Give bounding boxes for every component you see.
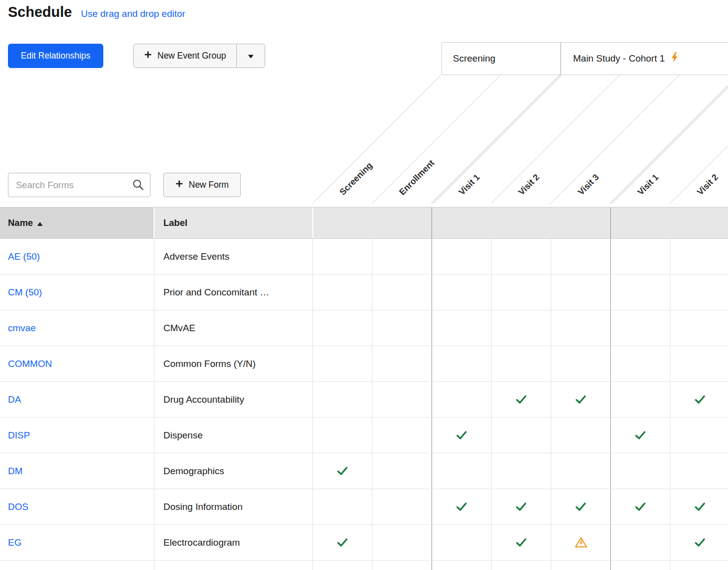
- form-name-link[interactable]: CM (50): [8, 287, 42, 298]
- event-column-header[interactable]: Visit 2: [516, 172, 542, 197]
- schedule-empty-cell[interactable]: [551, 453, 610, 489]
- form-name-link[interactable]: EG: [8, 537, 21, 548]
- scheduled-check-cell[interactable]: [670, 489, 728, 524]
- schedule-empty-cell[interactable]: [372, 346, 432, 381]
- schedule-empty-cell[interactable]: [432, 453, 491, 489]
- schedule-empty-cell[interactable]: [551, 346, 610, 381]
- schedule-empty-cell[interactable]: [491, 561, 551, 570]
- schedule-empty-cell[interactable]: [372, 453, 432, 489]
- schedule-empty-cell[interactable]: [372, 382, 432, 417]
- schedule-empty-cell[interactable]: [491, 275, 551, 310]
- schedule-empty-cell[interactable]: [372, 310, 432, 346]
- schedule-empty-cell[interactable]: [432, 525, 491, 560]
- search-icon[interactable]: [132, 179, 144, 193]
- schedule-warning-cell[interactable]: [551, 525, 610, 560]
- scheduled-check-cell[interactable]: [491, 525, 551, 560]
- scheduled-check-cell[interactable]: [491, 489, 551, 524]
- scheduled-check-cell[interactable]: [670, 525, 728, 560]
- schedule-empty-cell[interactable]: [372, 418, 432, 453]
- schedule-empty-cell[interactable]: [670, 453, 728, 489]
- event-group-header-main-study-cohort-1[interactable]: Main Study - Cohort 1: [561, 42, 728, 75]
- schedule-empty-cell[interactable]: [491, 453, 551, 489]
- new-event-group-dropdown-button[interactable]: [237, 44, 265, 68]
- scheduled-check-cell[interactable]: [670, 382, 728, 417]
- label-column-header[interactable]: Label: [154, 208, 312, 238]
- event-column-header[interactable]: Visit 1: [457, 172, 482, 197]
- form-label: Drug Accountability: [154, 382, 312, 417]
- scheduled-check-cell[interactable]: [312, 525, 372, 560]
- form-name-link[interactable]: COMMON: [8, 358, 52, 369]
- schedule-empty-cell[interactable]: [551, 418, 610, 453]
- schedule-empty-cell[interactable]: [610, 453, 670, 489]
- schedule-empty-cell[interactable]: [312, 489, 372, 524]
- schedule-empty-cell[interactable]: [670, 346, 728, 381]
- table-header-row: Name Label: [0, 207, 728, 239]
- scheduled-check-cell[interactable]: [551, 489, 610, 524]
- schedule-empty-cell[interactable]: [432, 239, 491, 274]
- schedule-empty-cell[interactable]: [432, 310, 491, 346]
- event-column-header[interactable]: Visit 1: [636, 172, 661, 197]
- scheduled-check-cell[interactable]: [312, 453, 372, 489]
- schedule-empty-cell[interactable]: [312, 561, 372, 570]
- schedule-empty-cell[interactable]: [432, 382, 491, 417]
- schedule-empty-cell[interactable]: [491, 310, 551, 346]
- schedule-empty-cell[interactable]: [491, 418, 551, 453]
- event-column-header[interactable]: Visit 3: [576, 172, 601, 197]
- event-group-header-screening[interactable]: Screening: [441, 42, 561, 75]
- new-event-group-button[interactable]: New Event Group: [133, 44, 237, 68]
- schedule-empty-cell[interactable]: [551, 310, 610, 346]
- schedule-empty-cell[interactable]: [670, 275, 728, 310]
- scheduled-check-cell[interactable]: [432, 489, 491, 524]
- schedule-empty-cell[interactable]: [610, 561, 670, 570]
- schedule-empty-cell[interactable]: [312, 346, 372, 381]
- schedule-empty-cell[interactable]: [551, 561, 610, 570]
- name-cell: DISP: [0, 418, 154, 453]
- edit-relationships-button[interactable]: Edit Relationships: [8, 44, 103, 68]
- schedule-empty-cell[interactable]: [372, 561, 432, 570]
- event-column-header[interactable]: Enrollment: [397, 158, 437, 197]
- form-name-link[interactable]: cmvae: [8, 323, 36, 334]
- schedule-empty-cell[interactable]: [670, 239, 728, 274]
- new-form-button[interactable]: New Form: [163, 173, 241, 197]
- form-name-link[interactable]: DA: [8, 394, 21, 405]
- schedule-empty-cell[interactable]: [432, 275, 491, 310]
- schedule-empty-cell[interactable]: [670, 561, 728, 570]
- form-name-link[interactable]: DOS: [8, 501, 28, 512]
- drag-drop-editor-link[interactable]: Use drag and drop editor: [81, 8, 185, 19]
- schedule-empty-cell[interactable]: [610, 239, 670, 274]
- scheduled-check-cell[interactable]: [432, 418, 491, 453]
- schedule-empty-cell[interactable]: [610, 275, 670, 310]
- schedule-empty-cell[interactable]: [312, 239, 372, 274]
- schedule-empty-cell[interactable]: [610, 310, 670, 346]
- schedule-empty-cell[interactable]: [372, 239, 432, 274]
- schedule-empty-cell[interactable]: [432, 561, 491, 570]
- schedule-empty-cell[interactable]: [491, 346, 551, 381]
- search-forms-input[interactable]: [8, 173, 150, 197]
- schedule-empty-cell[interactable]: [372, 525, 432, 560]
- schedule-empty-cell[interactable]: [670, 310, 728, 346]
- schedule-empty-cell[interactable]: [610, 525, 670, 560]
- schedule-empty-cell[interactable]: [610, 382, 670, 417]
- scheduled-check-cell[interactable]: [491, 382, 551, 417]
- form-name-link[interactable]: AE (50): [8, 251, 40, 262]
- scheduled-check-cell[interactable]: [610, 489, 670, 524]
- scheduled-check-cell[interactable]: [551, 382, 610, 417]
- schedule-empty-cell[interactable]: [432, 346, 491, 381]
- form-name-link[interactable]: DISP: [8, 430, 30, 441]
- schedule-empty-cell[interactable]: [551, 275, 610, 310]
- form-name-link[interactable]: DM: [8, 466, 23, 477]
- schedule-empty-cell[interactable]: [372, 489, 432, 524]
- schedule-empty-cell[interactable]: [312, 275, 372, 310]
- schedule-empty-cell[interactable]: [312, 310, 372, 346]
- schedule-empty-cell[interactable]: [312, 382, 372, 417]
- schedule-empty-cell[interactable]: [551, 239, 610, 274]
- schedule-empty-cell[interactable]: [312, 418, 372, 453]
- event-column-header[interactable]: Screening: [338, 160, 374, 197]
- schedule-empty-cell[interactable]: [670, 418, 728, 453]
- event-column-header[interactable]: Visit 2: [695, 172, 721, 197]
- schedule-empty-cell[interactable]: [372, 275, 432, 310]
- scheduled-check-cell[interactable]: [610, 418, 670, 453]
- schedule-empty-cell[interactable]: [491, 239, 551, 274]
- schedule-empty-cell[interactable]: [610, 346, 670, 381]
- name-column-header[interactable]: Name: [0, 208, 154, 238]
